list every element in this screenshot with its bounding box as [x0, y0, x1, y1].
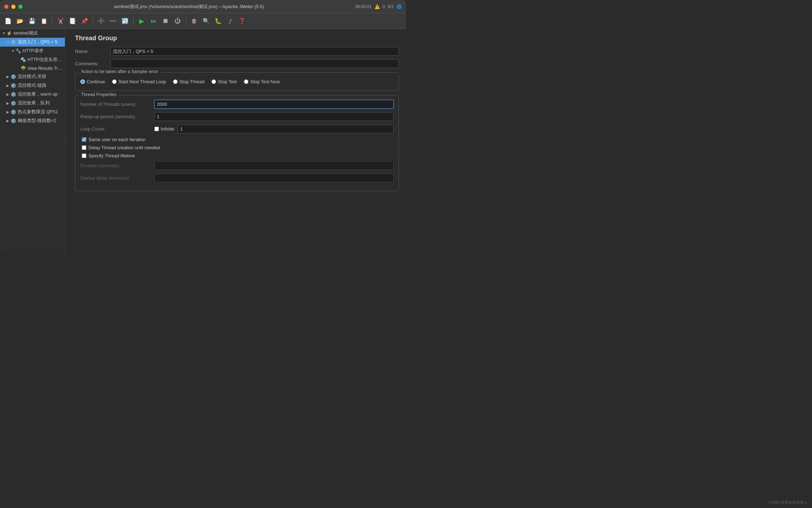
- flow-queue-icon: ⚙️: [11, 101, 16, 106]
- copy-button[interactable]: 📑: [67, 16, 78, 26]
- name-label: Name:: [75, 49, 110, 54]
- arrow-flow-warmup: ▶: [6, 92, 11, 96]
- name-input[interactable]: [110, 47, 399, 56]
- open-button[interactable]: 📂: [15, 16, 25, 26]
- sidebar-label-view-results: View Results Tree: [27, 66, 63, 71]
- sidebar-item-flow-warmup[interactable]: ▶ ⚙️ 流控效果，warm up: [0, 90, 65, 99]
- radio-stop-test-input[interactable]: [211, 79, 216, 84]
- sidebar-item-http-header[interactable]: 🔩 HTTP信息头管理器: [0, 55, 65, 64]
- ramp-up-row: Ramp-up period (seconds):: [80, 112, 394, 121]
- sidebar-label-flow-queue: 流控效果，队列: [18, 100, 50, 106]
- startup-delay-input[interactable]: [154, 174, 394, 182]
- flow-warmup-icon: ⚙️: [11, 92, 16, 97]
- comments-row: Comments:: [75, 59, 399, 68]
- specify-lifetime-checkbox[interactable]: [82, 153, 86, 158]
- same-user-row: Same user on each iteration: [80, 137, 394, 142]
- new-button[interactable]: 📄: [3, 16, 13, 26]
- qps-icon: ⚙️: [11, 40, 16, 45]
- undo-button[interactable]: ↩️: [120, 16, 130, 26]
- sidebar-label-threshold: 阈值类型-线程数<2: [18, 118, 56, 124]
- thread-properties-title: Thread Properties: [79, 92, 118, 97]
- function-button[interactable]: 𝑓: [225, 16, 235, 26]
- loop-infinite-label: Infinite: [161, 126, 174, 132]
- toolbar-separator-3: [133, 17, 134, 25]
- add-button[interactable]: ➕: [96, 16, 106, 26]
- sidebar-item-hotspot[interactable]: ▶ ⚙️ 热点参数限流 QPS1: [0, 108, 65, 116]
- search-button[interactable]: 🔍: [201, 16, 211, 26]
- radio-stop-test-now[interactable]: Stop Test Now: [244, 79, 280, 84]
- arrow-root: ▼: [2, 31, 6, 35]
- radio-next-loop-label: Start Next Thread Loop: [118, 79, 166, 84]
- sidebar-label-root: sentinel测试: [13, 30, 38, 36]
- ramp-up-input[interactable]: [154, 112, 394, 121]
- sidebar-item-qps[interactable]: ▼ ⚙️ 流控入门，QPS < 5: [0, 38, 65, 47]
- help-button[interactable]: ❓: [237, 16, 247, 26]
- close-button[interactable]: [4, 5, 8, 9]
- radio-continue[interactable]: Continue: [80, 79, 105, 84]
- run-button[interactable]: ▶: [136, 16, 147, 26]
- hotspot-icon: ⚙️: [11, 109, 16, 115]
- same-user-checkbox[interactable]: [82, 137, 86, 142]
- startup-delay-label: Startup delay (seconds):: [80, 175, 154, 181]
- radio-stop-thread-label: Stop Thread: [179, 79, 204, 84]
- sidebar-item-flow-chain[interactable]: ▶ ⚙️ 流控模式-链路: [0, 81, 65, 90]
- duration-input[interactable]: [154, 161, 394, 170]
- startup-delay-row: Startup delay (seconds):: [80, 174, 394, 182]
- loop-count-input[interactable]: [178, 125, 394, 133]
- clear-button[interactable]: 🗑: [189, 16, 199, 26]
- radio-stop-thread[interactable]: Stop Thread: [173, 79, 204, 84]
- sidebar-label-qps: 流控入门，QPS < 5: [18, 39, 57, 45]
- comments-input[interactable]: [110, 59, 399, 68]
- radio-stop-test[interactable]: Stop Test: [211, 79, 237, 84]
- sidebar-item-flow-mode[interactable]: ▶ ⚙️ 流控模式-关联: [0, 72, 65, 81]
- duration-row: Duration (seconds):: [80, 161, 394, 170]
- radio-stop-thread-input[interactable]: [173, 79, 178, 84]
- delay-thread-label: Delay Thread creation until needed: [88, 145, 160, 150]
- sidebar-item-root[interactable]: ▼ ⚡ sentinel测试: [0, 29, 65, 38]
- name-row: Name:: [75, 47, 399, 56]
- sidebar-label-flow-chain: 流控模式-链路: [18, 83, 47, 89]
- warning-count: 0: [383, 4, 385, 9]
- num-threads-input[interactable]: [154, 100, 394, 109]
- debug-button[interactable]: 🐛: [213, 16, 223, 26]
- sidebar-item-threshold[interactable]: ▶ ⚙️ 阈值类型-线程数<2: [0, 116, 65, 125]
- minimize-button[interactable]: [11, 5, 16, 9]
- sidebar-resizer[interactable]: ⋮: [65, 29, 68, 254]
- arrow-threshold: ▶: [6, 119, 11, 123]
- arrow-flow-mode: ▶: [6, 75, 11, 79]
- num-threads-label: Number of Threads (users):: [80, 102, 154, 107]
- shutdown-button[interactable]: ⏻: [172, 16, 183, 26]
- titlebar-info: 00:00:01 ⚠️ 0 0/1 🌐: [355, 4, 402, 9]
- sidebar-item-http[interactable]: ▼ 🔧 HTTP请求: [0, 47, 65, 55]
- remove-button[interactable]: ➖: [108, 16, 118, 26]
- save-as-button[interactable]: 📋: [39, 16, 49, 26]
- radio-continue-label: Continue: [87, 79, 105, 84]
- toolbar-separator-1: [52, 17, 53, 25]
- save-button[interactable]: 💾: [27, 16, 37, 26]
- window-controls[interactable]: [4, 5, 23, 9]
- toolbar: 📄 📂 💾 📋 ✂️ 📑 📌 ➕ ➖ ↩️ ▶ ⏭ ⏹ ⏻ 🗑 🔍 🐛 𝑓 ❓: [0, 13, 406, 29]
- toolbar-separator-2: [93, 17, 93, 25]
- cut-button[interactable]: ✂️: [55, 16, 66, 26]
- radio-next-loop-input[interactable]: [112, 79, 117, 84]
- radio-continue-input[interactable]: [80, 79, 85, 84]
- loop-infinite-checkbox[interactable]: [154, 127, 159, 131]
- thread-properties-section: Thread Properties Number of Threads (use…: [75, 95, 399, 191]
- arrow-flow-chain: ▶: [6, 84, 11, 87]
- sidebar-item-view-results[interactable]: 🌳 View Results Tree: [0, 64, 65, 72]
- stop-button[interactable]: ⏹: [160, 16, 171, 26]
- sidebar-tree: ▼ ⚡ sentinel测试 ▼ ⚙️ 流控入门，QPS < 5 ▼ 🔧 HTT…: [0, 29, 65, 254]
- paste-button[interactable]: 📌: [79, 16, 90, 26]
- maximize-button[interactable]: [18, 5, 23, 9]
- specify-lifetime-label: Specify Thread lifetime: [88, 153, 135, 158]
- radio-stop-test-now-input[interactable]: [244, 79, 248, 84]
- sidebar-item-flow-queue[interactable]: ▶ ⚙️ 流控效果，队列: [0, 99, 65, 108]
- run-nopause-button[interactable]: ⏭: [148, 16, 159, 26]
- warning-icon: ⚠️: [375, 4, 380, 9]
- delay-thread-checkbox[interactable]: [82, 145, 86, 150]
- radio-next-loop[interactable]: Start Next Thread Loop: [112, 79, 166, 84]
- toolbar-separator-4: [186, 17, 186, 25]
- same-user-label: Same user on each iteration: [88, 137, 146, 142]
- timer-display: 00:00:01: [355, 4, 372, 9]
- arrow-http: ▼: [11, 49, 16, 53]
